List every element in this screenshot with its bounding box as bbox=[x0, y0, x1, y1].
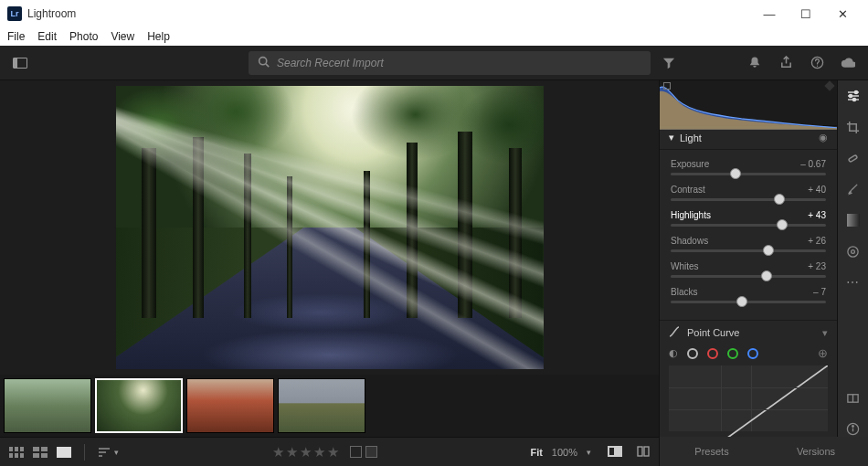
edit-panel: ▾ Light ◉ Exposure– 0.67Contrast+ 40High… bbox=[659, 80, 837, 437]
channel-luma[interactable] bbox=[687, 348, 698, 359]
menu-edit[interactable]: Edit bbox=[37, 30, 57, 43]
svg-point-18 bbox=[852, 425, 854, 427]
brush-icon[interactable] bbox=[845, 181, 862, 197]
panel-toggle-icon[interactable] bbox=[13, 58, 27, 69]
slider-knob[interactable] bbox=[763, 245, 774, 256]
grid-small-icon[interactable] bbox=[9, 447, 24, 458]
help-icon[interactable] bbox=[810, 56, 824, 70]
slider-contrast[interactable]: Contrast+ 40 bbox=[671, 185, 826, 201]
cloud-icon[interactable] bbox=[841, 56, 855, 70]
svg-point-14 bbox=[852, 249, 855, 253]
slider-value: + 40 bbox=[808, 185, 826, 195]
slider-value: + 23 bbox=[808, 261, 826, 271]
svg-rect-25 bbox=[644, 447, 649, 456]
slider-knob[interactable] bbox=[774, 194, 785, 205]
rating-stars[interactable]: ★★★★★ bbox=[272, 444, 341, 461]
light-section-header[interactable]: ▾ Light ◉ bbox=[660, 126, 837, 150]
search-icon bbox=[258, 56, 270, 70]
single-view-icon[interactable] bbox=[57, 447, 71, 458]
svg-point-8 bbox=[849, 94, 852, 97]
more-icon[interactable]: ⋯ bbox=[845, 274, 862, 291]
window-close-button[interactable]: ✕ bbox=[824, 0, 861, 27]
slider-label: Shadows bbox=[671, 236, 708, 246]
slider-label: Highlights bbox=[671, 210, 711, 220]
thumbnail[interactable] bbox=[4, 378, 91, 433]
slider-knob[interactable] bbox=[730, 168, 741, 179]
slider-value: – 7 bbox=[813, 287, 826, 297]
menu-file[interactable]: File bbox=[7, 30, 25, 43]
channel-red[interactable] bbox=[707, 348, 718, 359]
slider-knob[interactable] bbox=[761, 270, 772, 281]
target-icon[interactable]: ⊕ bbox=[818, 346, 828, 360]
svg-point-7 bbox=[854, 90, 857, 93]
slider-label: Blacks bbox=[671, 287, 697, 297]
slider-highlights[interactable]: Highlights+ 43 bbox=[671, 210, 826, 227]
menu-view[interactable]: View bbox=[111, 30, 134, 43]
point-curve-section: Point Curve ▾ ◐ ⊕ bbox=[660, 320, 837, 437]
thumbnail[interactable] bbox=[278, 378, 365, 433]
app-title: Lightroom bbox=[27, 7, 76, 20]
menu-help[interactable]: Help bbox=[147, 30, 170, 43]
window-titlebar: Lr Lightroom — ☐ ✕ bbox=[0, 0, 868, 27]
heal-icon[interactable] bbox=[845, 150, 862, 166]
slider-track[interactable] bbox=[671, 198, 826, 201]
window-minimize-button[interactable]: — bbox=[751, 0, 788, 27]
compare-icon[interactable] bbox=[637, 445, 650, 460]
slider-label: Whites bbox=[671, 261, 699, 271]
slider-track[interactable] bbox=[671, 173, 826, 175]
window-maximize-button[interactable]: ☐ bbox=[788, 0, 824, 27]
slider-track[interactable] bbox=[671, 275, 826, 278]
zoom-value[interactable]: 100% bbox=[552, 447, 577, 458]
parametric-icon[interactable]: ◐ bbox=[669, 347, 678, 359]
flag-reject-icon[interactable] bbox=[365, 446, 377, 458]
svg-point-0 bbox=[259, 57, 267, 64]
tab-versions[interactable]: Versions bbox=[764, 437, 868, 466]
search-input[interactable]: Search Recent Import bbox=[249, 51, 651, 75]
slider-shadows[interactable]: Shadows+ 26 bbox=[671, 236, 826, 252]
canvas-area[interactable] bbox=[0, 80, 659, 375]
sort-icon[interactable]: ▾ bbox=[98, 447, 119, 458]
slider-value: + 43 bbox=[808, 210, 826, 220]
histogram[interactable] bbox=[660, 80, 837, 126]
slider-whites[interactable]: Whites+ 23 bbox=[671, 261, 826, 278]
thumbnail-selected[interactable] bbox=[95, 378, 183, 433]
slider-track[interactable] bbox=[671, 301, 826, 303]
slider-knob[interactable] bbox=[736, 296, 747, 307]
light-title: Light bbox=[680, 132, 702, 143]
fit-label[interactable]: Fit bbox=[530, 447, 542, 458]
bell-icon[interactable] bbox=[747, 56, 762, 70]
slider-exposure[interactable]: Exposure– 0.67 bbox=[671, 159, 826, 175]
svg-rect-12 bbox=[847, 214, 860, 227]
tone-curve[interactable] bbox=[669, 365, 828, 431]
original-toggle-icon[interactable] bbox=[845, 389, 862, 406]
curve-channels: ◐ ⊕ bbox=[669, 346, 828, 360]
svg-point-9 bbox=[852, 98, 855, 101]
svg-rect-10 bbox=[849, 154, 858, 162]
slider-knob[interactable] bbox=[777, 219, 788, 230]
view-original-icon[interactable] bbox=[608, 446, 622, 459]
svg-point-13 bbox=[848, 246, 858, 256]
slider-track[interactable] bbox=[671, 224, 826, 227]
linear-gradient-icon[interactable] bbox=[845, 212, 862, 228]
radial-gradient-icon[interactable] bbox=[845, 243, 862, 259]
flag-pick-icon[interactable] bbox=[350, 446, 362, 458]
thumbnail[interactable] bbox=[186, 378, 274, 433]
info-icon[interactable] bbox=[845, 420, 862, 437]
tab-presets[interactable]: Presets bbox=[660, 437, 764, 466]
eye-icon[interactable]: ◉ bbox=[819, 132, 828, 143]
grid-large-icon[interactable] bbox=[33, 447, 48, 458]
channel-green[interactable] bbox=[727, 348, 738, 359]
channel-blue[interactable] bbox=[747, 348, 758, 359]
slider-blacks[interactable]: Blacks– 7 bbox=[671, 287, 826, 303]
filter-icon[interactable] bbox=[662, 56, 676, 70]
chevron-down-icon[interactable]: ▾ bbox=[822, 327, 828, 339]
crop-icon[interactable] bbox=[845, 119, 862, 135]
share-icon[interactable] bbox=[778, 56, 793, 70]
slider-track[interactable] bbox=[671, 249, 826, 252]
top-toolbar: Search Recent Import bbox=[0, 46, 868, 80]
clip-indicator-left[interactable] bbox=[663, 82, 671, 90]
menu-photo[interactable]: Photo bbox=[69, 30, 98, 43]
main-photo bbox=[116, 86, 544, 369]
slider-label: Contrast bbox=[671, 185, 705, 195]
sliders-icon[interactable] bbox=[845, 88, 862, 104]
